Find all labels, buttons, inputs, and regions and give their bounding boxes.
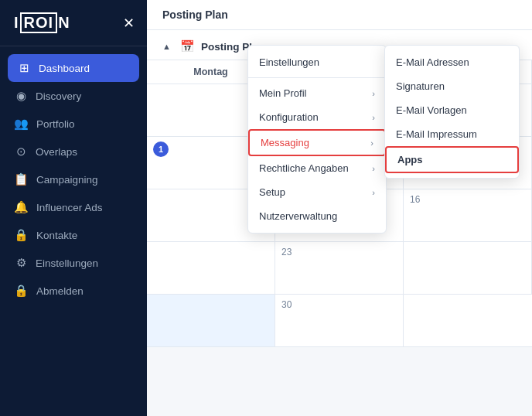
- chevron-right-icon: ›: [372, 89, 375, 98]
- portfolio-icon: 👥: [14, 117, 29, 131]
- influencer-ads-icon: 🔔: [14, 200, 29, 214]
- sidebar-header: IROIN ✕: [0, 0, 147, 46]
- chevron-right-icon: ›: [370, 138, 373, 148]
- dropdown-item-messaging[interactable]: Messaging ›: [248, 129, 386, 156]
- sidebar-item-dashboard[interactable]: ⊞ Dashboard: [8, 54, 139, 82]
- sidebar-item-influencer-ads[interactable]: 🔔 Influencer Ads: [0, 193, 147, 221]
- dropdown-item-email-vorlagen[interactable]: E-Mail Vorlagen: [385, 98, 519, 122]
- dropdown-overlay: Einstellungen Mein Profil › Konfiguratio…: [147, 0, 532, 416]
- sidebar-item-einstellungen[interactable]: ⚙ Einstellungen: [0, 249, 147, 277]
- close-sidebar-button[interactable]: ✕: [123, 16, 135, 30]
- dropdown-item-rechtliche-angaben[interactable]: Rechtliche Angaben ›: [248, 156, 386, 180]
- sidebar-item-label: Discovery: [36, 90, 81, 102]
- sidebar-item-label: Portfolio: [36, 118, 75, 130]
- dropdown-divider: [248, 77, 386, 78]
- dropdown-item-mein-profil[interactable]: Mein Profil ›: [248, 81, 386, 105]
- dropdown-main: Einstellungen Mein Profil › Konfiguratio…: [247, 45, 387, 234]
- sidebar-item-label: Kontakte: [36, 230, 77, 241]
- sidebar-item-label: Abmelden: [36, 285, 84, 297]
- chevron-right-icon: ›: [372, 188, 375, 197]
- sidebar-item-discovery[interactable]: ◉ Discovery: [0, 82, 147, 110]
- logo: IROIN: [14, 12, 70, 33]
- einstellungen-icon: ⚙: [14, 256, 28, 270]
- sidebar-item-portfolio[interactable]: 👥 Portfolio: [0, 110, 147, 138]
- dropdown-item-setup[interactable]: Setup ›: [248, 180, 386, 204]
- chevron-right-icon: ›: [372, 113, 375, 122]
- sidebar-item-abmelden[interactable]: 🔒 Abmelden: [0, 277, 147, 305]
- dropdown-item-email-adressen[interactable]: E-Mail Adressen: [385, 50, 519, 74]
- dropdown-item-konfiguration[interactable]: Konfiguration ›: [248, 105, 386, 129]
- discovery-icon: ◉: [14, 89, 28, 103]
- sidebar-item-campaigning[interactable]: 📋 Campaigning: [0, 165, 147, 193]
- sidebar: IROIN ✕ ⊞ Dashboard ◉ Discovery 👥 Portfo…: [0, 0, 147, 416]
- sidebar-item-overlaps[interactable]: ⊙ Overlaps: [0, 138, 147, 165]
- sidebar-item-label: Dashboard: [39, 63, 90, 74]
- sidebar-item-label: Campaigning: [36, 174, 98, 186]
- sidebar-nav: ⊞ Dashboard ◉ Discovery 👥 Portfolio ⊙ Ov…: [0, 46, 147, 416]
- dropdown-header: Einstellungen: [248, 50, 386, 74]
- sidebar-item-label: Overlaps: [36, 146, 77, 158]
- dropdown-item-signaturen[interactable]: Signaturen: [385, 74, 519, 98]
- dropdown-item-apps[interactable]: Apps: [385, 146, 519, 173]
- dropdown-sub: E-Mail Adressen Signaturen E-Mail Vorlag…: [384, 45, 520, 179]
- main-content: Posting Plan ▲ 📅 Posting Plan Montag Die…: [147, 0, 532, 416]
- kontakte-icon: 🔒: [14, 228, 29, 242]
- dropdown-item-email-impressum[interactable]: E-Mail Impressum: [385, 122, 519, 146]
- campaigning-icon: 📋: [14, 172, 29, 186]
- abmelden-icon: 🔒: [14, 284, 29, 298]
- sidebar-item-label: Influencer Ads: [36, 202, 103, 213]
- sidebar-item-kontakte[interactable]: 🔒 Kontakte: [0, 221, 147, 249]
- dashboard-icon: ⊞: [17, 61, 31, 75]
- dropdown-item-nutzerverwaltung[interactable]: Nutzerverwaltung: [248, 204, 386, 228]
- overlaps-icon: ⊙: [14, 145, 28, 159]
- chevron-right-icon: ›: [372, 164, 375, 173]
- sidebar-item-label: Einstellungen: [36, 257, 98, 269]
